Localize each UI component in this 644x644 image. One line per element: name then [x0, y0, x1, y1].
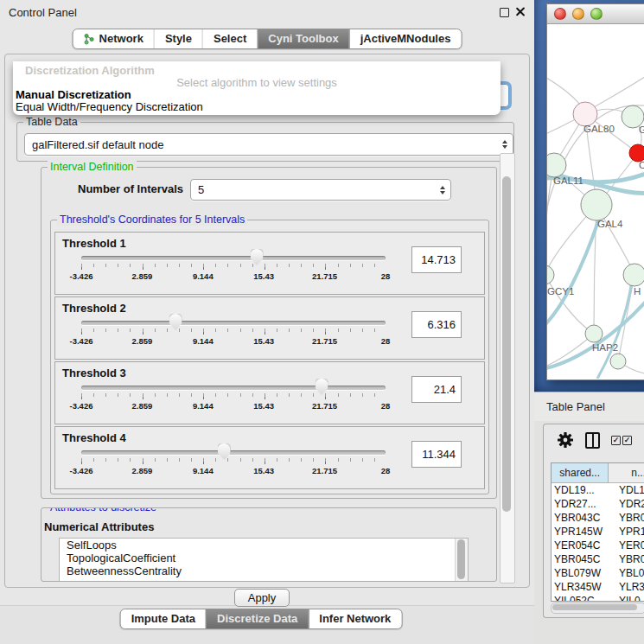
numerical-attributes-list[interactable]: SelfLoops TopologicalCoefficient Between… [59, 538, 469, 582]
threshold-1-slider[interactable]: -3.426 2.859 9.144 15.43 21.715 28 [81, 233, 386, 294]
tab-cyni-toolbox[interactable]: Cyni Toolbox [257, 29, 348, 48]
threshold-3-value-field[interactable]: 21.4 [411, 376, 462, 403]
threshold-4-value-field[interactable]: 11.344 [411, 441, 462, 468]
apply-button[interactable]: Apply [234, 589, 290, 607]
attributes-group-title: Attributes to discretize [48, 507, 159, 513]
table-row[interactable]: YLR345WYLR3 [552, 580, 644, 594]
close-icon[interactable] [515, 6, 525, 17]
list-item[interactable]: TopologicalCoefficient [60, 552, 468, 564]
table-data-selected: galFiltered.sif default node [32, 138, 163, 151]
checkbox-icons[interactable]: ✓ ✓ [611, 436, 632, 445]
threshold-2-slider[interactable]: -3.426 2.859 9.144 15.43 21.715 28 [81, 297, 386, 359]
network-node[interactable] [547, 153, 566, 177]
attributes-group: Attributes to discretize Numerical Attri… [41, 507, 497, 582]
slider-ticks [81, 458, 386, 462]
tab-infer-network[interactable]: Infer Network [308, 609, 401, 628]
tick-label: 28 [381, 401, 391, 411]
network-node[interactable] [629, 144, 644, 162]
control-panel-titlebar: Control Panel [0, 0, 534, 24]
network-node-label: GAL80 [583, 124, 615, 134]
cell: YBL0 [616, 566, 644, 580]
slider-track[interactable] [81, 386, 386, 390]
table-row[interactable]: YBR043CYBR0 [552, 511, 644, 525]
node-table[interactable]: shared... n... YDL19...YDL1 YDR27...YDR2… [551, 462, 644, 602]
tab-impute-data-label: Impute Data [131, 609, 195, 628]
table-row[interactable]: YPR145WYPR1 [552, 525, 644, 539]
tick-label: 21.715 [312, 401, 337, 411]
minimize-traffic-light-icon[interactable] [572, 8, 584, 20]
tick-label: -3.426 [70, 401, 93, 411]
number-of-intervals-combobox[interactable]: 5 [190, 179, 451, 201]
network-node-label: G [639, 124, 644, 135]
numerical-attributes-heading: Numerical Attributes [44, 520, 154, 533]
algorithm-dropdown: Discretization Algorithm Select algorith… [13, 61, 501, 115]
columns-icon[interactable] [585, 432, 600, 449]
list-scrollbar-thumb[interactable] [457, 539, 465, 579]
bottom-tab-bar: Impute Data Discretize Data Infer Networ… [120, 609, 403, 629]
table-horizontal-scrollbar-thumb[interactable] [552, 604, 637, 610]
network-node[interactable] [573, 102, 597, 126]
table-row[interactable]: YDR27...YDR2 [552, 497, 644, 511]
cell: YBR045C [552, 552, 616, 566]
tab-style[interactable]: Style [154, 29, 202, 48]
panel-scrollbar-thumb[interactable] [502, 176, 511, 512]
number-of-intervals-label: Number of Intervals [78, 182, 183, 195]
network-canvas[interactable]: GAL80GCGAL11GAL4GCY1HHAP2 [547, 23, 644, 379]
close-traffic-light-icon[interactable] [554, 8, 566, 20]
network-node[interactable] [585, 325, 603, 342]
cell: YDR2 [616, 497, 644, 511]
tab-discretize-data[interactable]: Discretize Data [206, 609, 308, 628]
tab-jactivemnodules[interactable]: jActiveMNodules [349, 29, 462, 48]
threshold-3-slider[interactable]: -3.426 2.859 9.144 15.43 21.715 28 [81, 362, 386, 424]
algorithm-option-manual[interactable]: Manual Discretization [16, 88, 131, 101]
checkbox-icon[interactable]: ✓ [622, 436, 632, 445]
discretization-algorithm-group-title: Discretization Algorithm [25, 64, 155, 77]
table-row[interactable]: YBR045CYBR0 [552, 552, 644, 566]
cell: YLR345W [552, 580, 616, 594]
tick-label: 2.859 [132, 271, 153, 281]
tab-network[interactable]: Network [73, 29, 154, 48]
cell: YBL079W [552, 566, 616, 580]
table-row[interactable]: YIL052CYIL0 [552, 594, 644, 602]
threshold-2-value-field[interactable]: 6.316 [411, 311, 462, 338]
tab-select[interactable]: Select [202, 29, 257, 48]
column-header-shared-name[interactable]: shared... [552, 463, 609, 482]
threshold-3-row: Threshold 3 -3.426 2.859 9.144 15.43 [54, 361, 485, 424]
table-data-combobox[interactable]: galFiltered.sif default node [24, 133, 513, 156]
network-node[interactable] [610, 354, 626, 369]
cell: YBR0 [616, 511, 644, 525]
gear-icon[interactable] [558, 432, 573, 451]
network-icon [84, 33, 95, 45]
cell: YBR043C [552, 511, 616, 525]
threshold-4-slider[interactable]: -3.426 2.859 9.144 15.43 21.715 28 [81, 427, 386, 488]
zoom-traffic-light-icon[interactable] [590, 8, 603, 20]
checkbox-icon[interactable]: ✓ [611, 436, 621, 445]
list-item[interactable]: BetweennessCentrality [60, 564, 468, 577]
network-node[interactable] [623, 264, 644, 286]
list-scrollbar[interactable] [455, 539, 468, 582]
tick-label: 28 [381, 466, 391, 475]
network-window[interactable]: GAL80GCGAL11GAL4GCY1HHAP2 [546, 3, 644, 380]
network-window-titlebar[interactable] [547, 4, 644, 24]
tick-label: -3.426 [70, 336, 93, 346]
table-row[interactable]: YER054CYER0 [552, 539, 644, 552]
algorithm-hint: Select algorithm to view settings [13, 76, 501, 89]
app-window: Control Panel Network Style Select [0, 0, 644, 644]
table-row[interactable]: YDL19...YDL1 [552, 483, 644, 497]
network-node[interactable] [581, 189, 612, 220]
threshold-1-value-field[interactable]: 14.713 [411, 246, 462, 273]
network-node[interactable] [547, 265, 554, 284]
slider-track[interactable] [81, 256, 386, 260]
panel-scrollbar[interactable] [500, 153, 515, 583]
table-row[interactable]: YBL079WYBL0 [552, 566, 644, 580]
table-panel-title: Table Panel [546, 400, 605, 413]
slider-track[interactable] [81, 450, 386, 455]
list-item[interactable]: SelfLoops [60, 539, 468, 552]
tab-impute-data[interactable]: Impute Data [121, 609, 206, 628]
table-horizontal-scrollbar[interactable] [551, 603, 644, 614]
thresholds-group: Threshold's Coordinates for 5 Intervals … [50, 220, 489, 494]
float-icon[interactable] [500, 8, 509, 17]
algorithm-option-equal-width[interactable]: Equal Width/Frequency Discretization [16, 100, 203, 113]
slider-track[interactable] [81, 321, 386, 325]
column-header-name[interactable]: n... [609, 463, 644, 482]
